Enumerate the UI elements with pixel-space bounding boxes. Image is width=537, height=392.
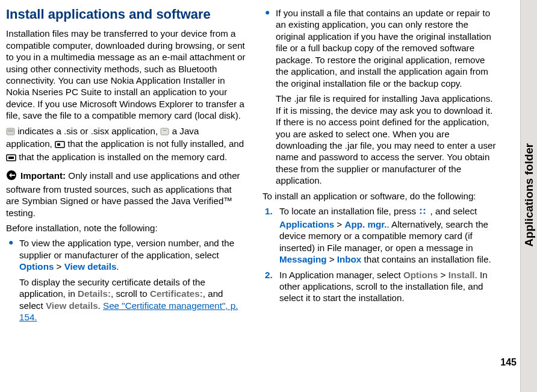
svg-rect-1 xyxy=(8,129,13,132)
svg-rect-2 xyxy=(161,128,169,135)
svg-point-9 xyxy=(424,209,426,211)
java-icon xyxy=(160,126,169,138)
icons-paragraph: indicates a .sis or .sisx application, a… xyxy=(6,125,246,164)
svg-rect-6 xyxy=(8,157,14,159)
to-install-label: To install an application or software, d… xyxy=(262,190,498,202)
svg-point-11 xyxy=(424,213,426,214)
before-install-label: Before installation, note the following: xyxy=(6,222,246,234)
not-installed-icon xyxy=(55,139,65,151)
sis-icon xyxy=(6,126,15,138)
page-heading: Install applications and software xyxy=(6,6,246,23)
section-sidebar: Applications folder xyxy=(520,0,537,392)
bullet-update-repair: If you install a file that contains an u… xyxy=(262,7,498,187)
memory-card-icon xyxy=(6,152,16,164)
page-number: 145 xyxy=(500,357,517,368)
menu-key-icon xyxy=(418,207,427,218)
important-arrow-icon xyxy=(6,170,19,183)
intro-paragraph: Installation files may be transferred to… xyxy=(6,28,246,122)
bullet-view-details: To view the application type, version nu… xyxy=(6,237,246,323)
step-1: 1. To locate an installation file, press… xyxy=(262,205,498,265)
step-2: 2. In Application manager, select Option… xyxy=(262,269,498,304)
section-title: Applications folder xyxy=(523,143,536,246)
svg-point-8 xyxy=(420,209,422,211)
svg-rect-4 xyxy=(57,143,60,146)
important-note: Important: Only install and use applicat… xyxy=(6,170,246,219)
svg-point-10 xyxy=(420,213,422,214)
